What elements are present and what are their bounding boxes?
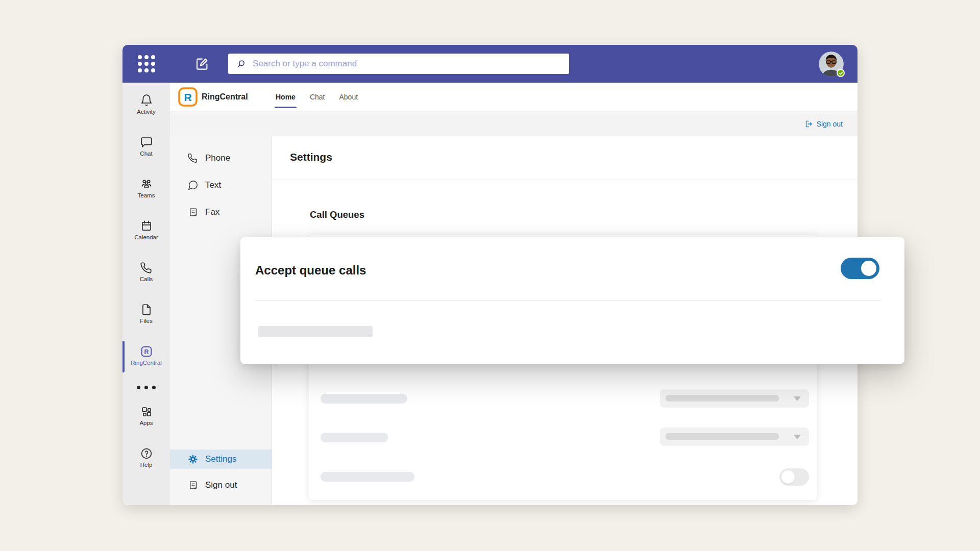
app-title: RingCentral xyxy=(202,83,248,111)
sidebar-item-phone[interactable]: Phone xyxy=(170,147,272,169)
toggle-knob xyxy=(781,470,795,484)
chevron-down-icon xyxy=(794,396,801,401)
toolbar-band: Sign out xyxy=(170,111,857,136)
bell-icon xyxy=(140,94,153,107)
phone-icon xyxy=(140,261,153,274)
sidebar-item-label: Text xyxy=(205,180,221,190)
skeleton-label xyxy=(321,433,388,442)
sidebar-item-calls[interactable]: Calls xyxy=(122,261,170,286)
rail-label: Apps xyxy=(139,420,153,426)
rail-label: Calls xyxy=(140,276,153,282)
fax-doc-icon xyxy=(187,207,199,218)
search-icon xyxy=(236,59,247,69)
section-title: Call Queues xyxy=(310,209,364,220)
sign-out-icon xyxy=(804,119,813,129)
skeleton-label xyxy=(321,394,407,404)
sidebar-bottom-group: Settings Sign out xyxy=(170,449,272,505)
sidebar-item-help[interactable]: Help xyxy=(122,447,170,471)
svg-text:R: R xyxy=(144,348,149,356)
sidebar-item-sign-out[interactable]: Sign out xyxy=(170,473,272,497)
sidebar-item-activity[interactable]: Activity xyxy=(122,94,170,118)
file-icon xyxy=(140,303,153,316)
ellipsis-icon xyxy=(137,386,140,389)
ringcentral-logo-icon: R xyxy=(178,87,198,107)
background-toggle-off[interactable] xyxy=(779,468,809,486)
sign-out-link[interactable]: Sign out xyxy=(804,119,843,129)
user-avatar[interactable] xyxy=(819,52,844,77)
sidebar-item-ringcentral[interactable]: R RingCentral xyxy=(122,345,170,369)
search-input[interactable] xyxy=(253,54,569,74)
rail-label: Teams xyxy=(138,192,155,198)
ringcentral-icon: R xyxy=(140,345,153,358)
dropdown-skeleton[interactable] xyxy=(660,428,809,446)
app-launcher-button[interactable] xyxy=(122,55,170,72)
sign-out-label: Sign out xyxy=(817,120,843,128)
search-bar xyxy=(228,54,569,74)
sidebar-item-settings[interactable]: Settings xyxy=(170,449,272,469)
skeleton-label xyxy=(258,326,373,337)
tab-chat[interactable]: Chat xyxy=(310,83,325,111)
rail-label: Help xyxy=(140,462,153,468)
accept-queue-calls-label: Accept queue calls xyxy=(255,263,366,278)
text-bubble-icon xyxy=(187,180,199,191)
sidebar-item-label: Fax xyxy=(205,207,219,217)
sidebar-item-files[interactable]: Files xyxy=(122,303,170,328)
rail-label: Files xyxy=(140,318,152,324)
sidebar-item-chat[interactable]: Chat xyxy=(122,136,170,160)
rail-label: Activity xyxy=(137,109,155,115)
tab-home[interactable]: Home xyxy=(276,83,296,111)
sidebar-item-calendar[interactable]: Calendar xyxy=(122,219,170,244)
divider xyxy=(255,300,880,301)
compose-button[interactable] xyxy=(194,56,210,71)
sidebar-item-label: Settings xyxy=(205,454,236,464)
compose-icon xyxy=(194,56,210,71)
sidebar-item-label: Phone xyxy=(205,153,230,163)
chat-bubble-icon xyxy=(140,136,153,149)
svg-text:R: R xyxy=(184,91,191,103)
divider xyxy=(272,180,857,180)
teams-app-rail: Activity Chat Teams Calendar xyxy=(122,83,170,505)
waffle-icon xyxy=(138,55,155,72)
toggle-knob xyxy=(861,261,876,276)
teams-top-bar xyxy=(122,45,857,83)
chevron-down-icon xyxy=(794,435,801,439)
sidebar-item-apps[interactable]: Apps xyxy=(122,405,170,430)
accept-queue-calls-card: Accept queue calls xyxy=(240,237,904,364)
phone-icon xyxy=(187,153,199,164)
help-icon xyxy=(140,447,153,460)
app-header: R RingCentral Home Chat About xyxy=(170,83,857,111)
tab-about[interactable]: About xyxy=(339,83,358,111)
calendar-icon xyxy=(140,219,153,233)
sidebar-item-fax[interactable]: Fax xyxy=(170,201,272,223)
skeleton-label xyxy=(321,472,414,482)
tab-bar: Home Chat About xyxy=(276,83,358,111)
rail-label: Chat xyxy=(140,151,152,157)
rail-label: RingCentral xyxy=(131,360,162,366)
gear-icon xyxy=(187,454,199,465)
rail-label: Calendar xyxy=(134,234,158,240)
teams-icon xyxy=(140,178,153,191)
dropdown-skeleton[interactable] xyxy=(660,389,809,408)
more-apps-button[interactable] xyxy=(137,385,156,390)
accept-queue-calls-toggle[interactable] xyxy=(841,258,879,279)
sidebar-item-text[interactable]: Text xyxy=(170,174,272,196)
sidebar-item-label: Sign out xyxy=(205,480,237,490)
page-title: Settings xyxy=(290,151,332,163)
presence-available-badge xyxy=(837,69,845,77)
skeleton-value xyxy=(666,433,779,440)
sign-out-doc-icon xyxy=(187,480,199,491)
skeleton-value xyxy=(666,395,779,402)
sidebar-item-teams[interactable]: Teams xyxy=(122,178,170,202)
apps-icon xyxy=(140,405,153,418)
